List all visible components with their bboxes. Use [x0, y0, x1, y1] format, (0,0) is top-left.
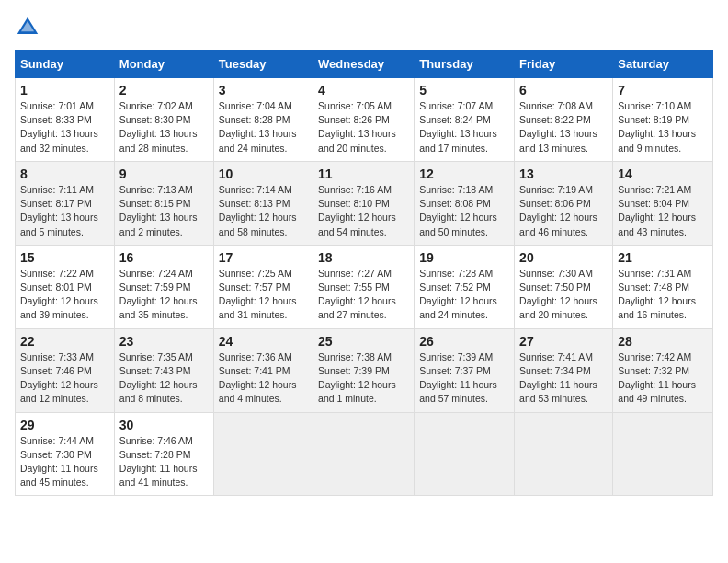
calendar-cell: 24Sunrise: 7:36 AMSunset: 7:41 PMDayligh…: [213, 328, 313, 412]
calendar-cell: 22Sunrise: 7:33 AMSunset: 7:46 PMDayligh…: [16, 328, 115, 412]
day-number: 4: [318, 83, 409, 98]
day-info: Sunrise: 7:44 AMSunset: 7:30 PMDaylight:…: [20, 435, 98, 488]
calendar-cell: 3Sunrise: 7:04 AMSunset: 8:28 PMDaylight…: [213, 78, 313, 162]
weekday-header-monday: Monday: [114, 51, 213, 78]
calendar-cell: 5Sunrise: 7:07 AMSunset: 8:24 PMDaylight…: [415, 78, 515, 162]
day-info: Sunrise: 7:38 AMSunset: 7:39 PMDaylight:…: [318, 351, 396, 405]
calendar-cell: 19Sunrise: 7:28 AMSunset: 7:52 PMDayligh…: [415, 245, 515, 328]
calendar-cell: 16Sunrise: 7:24 AMSunset: 7:59 PMDayligh…: [114, 245, 213, 328]
day-number: 5: [419, 83, 509, 98]
day-number: 27: [519, 334, 608, 349]
day-number: 13: [519, 167, 608, 181]
calendar-week-row: 8Sunrise: 7:11 AMSunset: 8:17 PMDaylight…: [16, 161, 713, 245]
calendar-cell: [515, 412, 613, 496]
day-info: Sunrise: 7:46 AMSunset: 7:28 PMDaylight:…: [119, 435, 198, 488]
day-number: 22: [20, 334, 109, 349]
day-info: Sunrise: 7:10 AMSunset: 8:19 PMDaylight:…: [618, 100, 696, 154]
day-number: 29: [20, 418, 109, 432]
day-info: Sunrise: 7:22 AMSunset: 8:01 PMDaylight:…: [20, 268, 98, 321]
weekday-header-tuesday: Tuesday: [213, 51, 313, 78]
calendar-cell: [313, 412, 415, 496]
page-header: [15, 15, 713, 40]
day-number: 18: [318, 250, 409, 265]
day-info: Sunrise: 7:11 AMSunset: 8:17 PMDaylight:…: [20, 184, 98, 237]
calendar-week-row: 1Sunrise: 7:01 AMSunset: 8:33 PMDaylight…: [16, 78, 713, 162]
day-number: 10: [219, 167, 308, 181]
weekday-header-thursday: Thursday: [415, 51, 515, 78]
day-info: Sunrise: 7:05 AMSunset: 8:26 PMDaylight:…: [318, 100, 396, 154]
calendar-cell: 7Sunrise: 7:10 AMSunset: 8:19 PMDaylight…: [613, 78, 713, 162]
day-number: 6: [519, 83, 608, 98]
day-number: 19: [419, 250, 509, 265]
day-info: Sunrise: 7:35 AMSunset: 7:43 PMDaylight:…: [119, 351, 198, 405]
day-number: 7: [618, 83, 708, 98]
logo: [15, 15, 44, 40]
day-info: Sunrise: 7:42 AMSunset: 7:32 PMDaylight:…: [618, 351, 696, 405]
weekday-header-friday: Friday: [515, 51, 613, 78]
calendar-week-row: 29Sunrise: 7:44 AMSunset: 7:30 PMDayligh…: [16, 412, 713, 496]
calendar-cell: 20Sunrise: 7:30 AMSunset: 7:50 PMDayligh…: [515, 245, 613, 328]
calendar-cell: 6Sunrise: 7:08 AMSunset: 8:22 PMDaylight…: [515, 78, 613, 162]
day-info: Sunrise: 7:24 AMSunset: 7:59 PMDaylight:…: [119, 268, 198, 321]
calendar-week-row: 22Sunrise: 7:33 AMSunset: 7:46 PMDayligh…: [16, 328, 713, 412]
calendar-cell: [613, 412, 713, 496]
day-info: Sunrise: 7:21 AMSunset: 8:04 PMDaylight:…: [618, 184, 696, 237]
calendar-cell: 11Sunrise: 7:16 AMSunset: 8:10 PMDayligh…: [313, 161, 415, 245]
day-number: 26: [419, 334, 509, 349]
calendar-cell: 12Sunrise: 7:18 AMSunset: 8:08 PMDayligh…: [415, 161, 515, 245]
calendar-cell: 26Sunrise: 7:39 AMSunset: 7:37 PMDayligh…: [415, 328, 515, 412]
calendar-cell: 28Sunrise: 7:42 AMSunset: 7:32 PMDayligh…: [613, 328, 713, 412]
day-number: 23: [119, 334, 209, 349]
weekday-header-saturday: Saturday: [613, 51, 713, 78]
day-info: Sunrise: 7:30 AMSunset: 7:50 PMDaylight:…: [519, 268, 597, 321]
day-info: Sunrise: 7:13 AMSunset: 8:15 PMDaylight:…: [119, 184, 198, 237]
day-number: 20: [519, 250, 608, 265]
day-info: Sunrise: 7:36 AMSunset: 7:41 PMDaylight:…: [219, 351, 297, 405]
calendar-cell: 8Sunrise: 7:11 AMSunset: 8:17 PMDaylight…: [16, 161, 115, 245]
day-info: Sunrise: 7:39 AMSunset: 7:37 PMDaylight:…: [419, 351, 497, 405]
day-info: Sunrise: 7:04 AMSunset: 8:28 PMDaylight:…: [219, 100, 297, 154]
calendar-cell: 13Sunrise: 7:19 AMSunset: 8:06 PMDayligh…: [515, 161, 613, 245]
day-info: Sunrise: 7:16 AMSunset: 8:10 PMDaylight:…: [318, 184, 396, 237]
day-info: Sunrise: 7:27 AMSunset: 7:55 PMDaylight:…: [318, 268, 396, 321]
calendar-cell: 29Sunrise: 7:44 AMSunset: 7:30 PMDayligh…: [16, 412, 115, 496]
calendar-cell: 14Sunrise: 7:21 AMSunset: 8:04 PMDayligh…: [613, 161, 713, 245]
calendar-cell: 25Sunrise: 7:38 AMSunset: 7:39 PMDayligh…: [313, 328, 415, 412]
day-info: Sunrise: 7:25 AMSunset: 7:57 PMDaylight:…: [219, 268, 297, 321]
day-info: Sunrise: 7:01 AMSunset: 8:33 PMDaylight:…: [20, 100, 98, 154]
calendar-cell: 10Sunrise: 7:14 AMSunset: 8:13 PMDayligh…: [213, 161, 313, 245]
calendar-cell: 27Sunrise: 7:41 AMSunset: 7:34 PMDayligh…: [515, 328, 613, 412]
day-number: 1: [20, 83, 109, 98]
calendar-cell: 23Sunrise: 7:35 AMSunset: 7:43 PMDayligh…: [114, 328, 213, 412]
day-info: Sunrise: 7:07 AMSunset: 8:24 PMDaylight:…: [419, 100, 497, 154]
day-number: 15: [20, 250, 109, 265]
day-number: 16: [119, 250, 209, 265]
day-number: 14: [618, 167, 708, 181]
day-info: Sunrise: 7:28 AMSunset: 7:52 PMDaylight:…: [419, 268, 497, 321]
day-number: 9: [119, 167, 209, 181]
day-number: 11: [318, 167, 409, 181]
logo-icon: [15, 15, 40, 40]
day-info: Sunrise: 7:18 AMSunset: 8:08 PMDaylight:…: [419, 184, 497, 237]
calendar-cell: 2Sunrise: 7:02 AMSunset: 8:30 PMDaylight…: [114, 78, 213, 162]
day-info: Sunrise: 7:08 AMSunset: 8:22 PMDaylight:…: [519, 100, 597, 154]
calendar-table: SundayMondayTuesdayWednesdayThursdayFrid…: [15, 50, 713, 496]
day-info: Sunrise: 7:33 AMSunset: 7:46 PMDaylight:…: [20, 351, 98, 405]
day-number: 17: [219, 250, 308, 265]
calendar-cell: 21Sunrise: 7:31 AMSunset: 7:48 PMDayligh…: [613, 245, 713, 328]
day-info: Sunrise: 7:31 AMSunset: 7:48 PMDaylight:…: [618, 268, 696, 321]
calendar-cell: 17Sunrise: 7:25 AMSunset: 7:57 PMDayligh…: [213, 245, 313, 328]
day-number: 3: [219, 83, 308, 98]
day-number: 8: [20, 167, 109, 181]
day-number: 25: [318, 334, 409, 349]
day-info: Sunrise: 7:19 AMSunset: 8:06 PMDaylight:…: [519, 184, 597, 237]
weekday-header-wednesday: Wednesday: [313, 51, 415, 78]
weekday-header-sunday: Sunday: [16, 51, 115, 78]
day-number: 21: [618, 250, 708, 265]
calendar-cell: 9Sunrise: 7:13 AMSunset: 8:15 PMDaylight…: [114, 161, 213, 245]
day-number: 24: [219, 334, 308, 349]
calendar-cell: 30Sunrise: 7:46 AMSunset: 7:28 PMDayligh…: [114, 412, 213, 496]
day-info: Sunrise: 7:02 AMSunset: 8:30 PMDaylight:…: [119, 100, 198, 154]
weekday-header-row: SundayMondayTuesdayWednesdayThursdayFrid…: [16, 51, 713, 78]
calendar-cell: 4Sunrise: 7:05 AMSunset: 8:26 PMDaylight…: [313, 78, 415, 162]
